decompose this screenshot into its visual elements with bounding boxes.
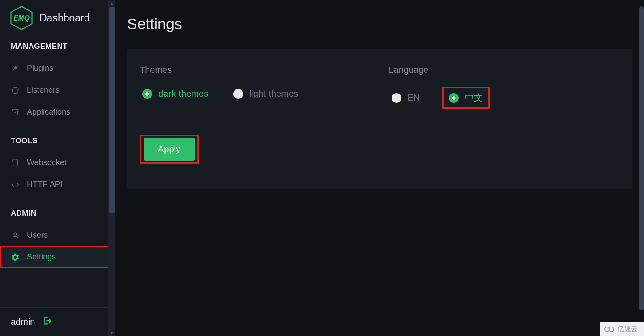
scroll-up-icon[interactable]: ▲: [108, 0, 115, 7]
sidebar-item-label: Plugins: [27, 64, 53, 73]
highlight-box: Apply: [140, 135, 199, 164]
sidebar-section-tools: TOOLS: [0, 133, 115, 152]
page-title: Settings: [127, 15, 632, 33]
sidebar-item-settings[interactable]: Settings: [0, 246, 115, 268]
sidebar-section-management: MANAGEMENT: [0, 38, 115, 57]
watermark: 亿速云: [600, 322, 644, 336]
svg-rect-3: [13, 111, 18, 115]
brand: EMQ Dashboard: [0, 0, 115, 38]
radio-label: dark-themes: [158, 89, 208, 99]
radio-icon: [449, 93, 459, 103]
html5-icon: [11, 158, 20, 167]
main-content: Settings Themes dark-themes light-themes: [115, 0, 644, 336]
sidebar-item-label: Applications: [27, 107, 70, 117]
refresh-icon: [11, 86, 20, 95]
apply-button[interactable]: Apply: [144, 138, 195, 161]
watermark-icon: [604, 326, 614, 332]
sidebar-item-label: Users: [27, 230, 48, 240]
sidebar-section-admin: ADMIN: [0, 205, 115, 224]
logout-icon[interactable]: [42, 316, 52, 328]
radio-language-zh[interactable]: 中文: [446, 90, 486, 106]
user-icon: [11, 231, 20, 240]
themes-label: Themes: [140, 65, 371, 75]
hexagon-logo-icon: EMQ: [9, 5, 34, 30]
scroll-down-icon[interactable]: ▼: [108, 329, 115, 336]
sidebar-item-label: HTTP API: [27, 180, 63, 189]
sidebar-item-plugins[interactable]: Plugins: [0, 57, 115, 79]
sidebar-item-users[interactable]: Users: [0, 224, 115, 246]
sidebar-scrollbar[interactable]: ▲ ▼: [108, 0, 115, 336]
sidebar: EMQ Dashboard MANAGEMENT Plugins Listene…: [0, 0, 115, 336]
radio-label: 中文: [465, 92, 483, 104]
sidebar-item-http-api[interactable]: HTTP API: [0, 174, 115, 196]
plug-icon: [11, 64, 20, 73]
user-name: admin: [11, 317, 35, 327]
radio-label: light-themes: [249, 89, 298, 99]
sidebar-item-label: Settings: [27, 252, 56, 262]
archive-icon: [11, 108, 20, 117]
scrollbar-thumb[interactable]: [109, 7, 115, 213]
watermark-text: 亿速云: [618, 325, 638, 333]
themes-field: Themes dark-themes light-themes: [140, 65, 371, 109]
radio-light-themes[interactable]: light-themes: [230, 87, 301, 101]
highlight-box: 中文: [442, 87, 490, 109]
brand-title: Dashboard: [39, 12, 90, 24]
radio-dark-themes[interactable]: dark-themes: [140, 87, 211, 101]
user-row: admin: [0, 307, 115, 336]
main-scrollbar[interactable]: [639, 0, 644, 336]
language-field: Language EN 中文: [389, 65, 620, 109]
radio-label: EN: [408, 93, 420, 103]
radio-icon: [233, 89, 243, 99]
radio-icon: [392, 93, 401, 103]
gear-icon: [11, 253, 20, 262]
svg-text:EMQ: EMQ: [13, 14, 30, 22]
svg-point-5: [14, 233, 17, 235]
language-label: Language: [389, 65, 620, 75]
code-icon: [11, 180, 20, 189]
sidebar-item-websocket[interactable]: Websocket: [0, 152, 115, 174]
sidebar-item-listeners[interactable]: Listeners: [0, 79, 115, 101]
settings-card: Themes dark-themes light-themes Language: [127, 49, 632, 189]
radio-language-en[interactable]: EN: [389, 91, 423, 105]
radio-icon: [142, 89, 152, 99]
sidebar-item-label: Websocket: [27, 158, 67, 167]
scrollbar-thumb[interactable]: [639, 6, 644, 310]
sidebar-item-label: Listeners: [27, 85, 60, 95]
sidebar-item-applications[interactable]: Applications: [0, 101, 115, 123]
